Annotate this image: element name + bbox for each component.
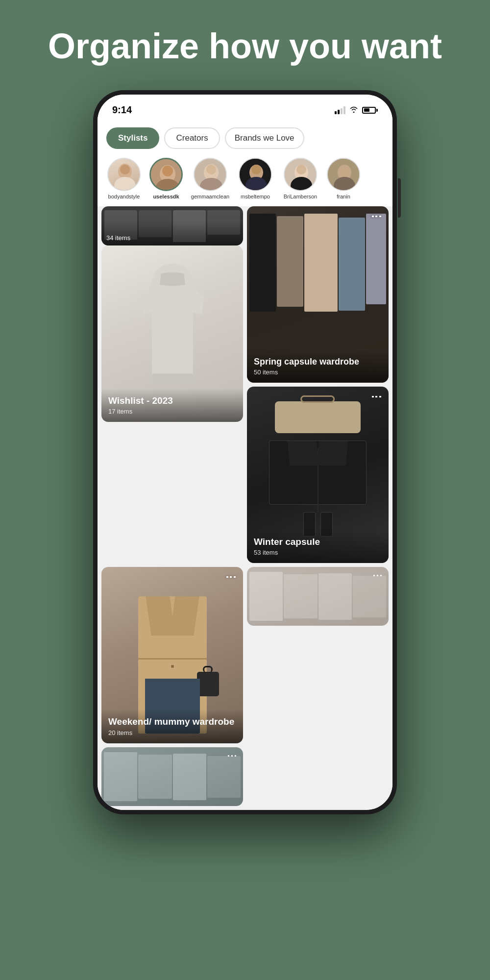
card-weekend-count: 20 items [108, 729, 236, 736]
creators-row: bodyandstyle uselessdk [98, 155, 392, 206]
svg-point-1 [114, 177, 136, 191]
card-wishlist[interactable]: Wishlist - 2023 17 items [101, 245, 243, 422]
svg-point-2 [120, 165, 130, 174]
creator-avatar-uselessdk [149, 158, 183, 191]
creator-name-bodyandstyle: bodyandstyle [108, 194, 140, 199]
phone-frame: 9:14 [93, 90, 397, 814]
creator-item-gemmaamclean[interactable]: gemmaamclean [191, 158, 230, 199]
creator-name-franin: franin [337, 194, 350, 199]
card-wishlist-overlay: Wishlist - 2023 17 items [101, 389, 243, 422]
tabs-row: Stylists Creators Brands we Love [98, 121, 392, 155]
status-bar: 9:14 [98, 95, 392, 121]
creator-name-gemmaamclean: gemmaamclean [191, 194, 229, 199]
card-spring-menu[interactable]: ⋮ [370, 211, 383, 223]
card-weekend-overlay: Weekend/ mummy wardrobe 20 items [101, 710, 243, 743]
card-bottom-left[interactable]: ⋮ [247, 567, 389, 626]
card-spring-count: 50 items [254, 368, 382, 376]
creator-item-brilamberson[interactable]: BriLamberson [281, 158, 320, 199]
card-bottom-right[interactable]: ⋮ [101, 747, 243, 806]
card-weekend-title: Weekend/ mummy wardrobe [108, 716, 236, 728]
svg-point-6 [162, 166, 173, 176]
creator-avatar-franin [327, 158, 360, 191]
svg-rect-22 [152, 374, 193, 383]
tab-creators[interactable]: Creators [164, 127, 220, 149]
card-winter-overlay: Winter capsule 53 items [247, 530, 389, 563]
card-partial-top: 34 items [101, 206, 243, 245]
svg-point-14 [251, 165, 261, 174]
creator-avatar-gemmaamclean [194, 158, 227, 191]
card-weekend-menu[interactable]: ⋮ [224, 572, 237, 584]
hero-title: Organize how you want [39, 27, 451, 66]
svg-point-18 [296, 165, 306, 174]
status-icons [335, 106, 378, 115]
creator-item-franin[interactable]: franin [327, 158, 360, 199]
phone-screen: 9:14 [98, 95, 392, 810]
card-partial-badge: 34 items [106, 234, 130, 242]
card-weekend[interactable]: ⋮ Weekend/ mummy wardrobe 20 items [101, 567, 243, 743]
status-time: 9:14 [112, 104, 132, 116]
creator-avatar-brilamberson [284, 158, 317, 191]
card-bottom-right-menu[interactable]: ⋮ [226, 751, 238, 762]
card-bottom-left-menu[interactable]: ⋮ [372, 571, 384, 582]
card-spring-title: Spring capsule wardrobe [254, 357, 382, 368]
card-winter-count: 53 items [254, 549, 382, 556]
phone-wrapper: 9:14 [0, 90, 490, 814]
card-spring-overlay: Spring capsule wardrobe 50 items [247, 350, 389, 383]
tab-stylists[interactable]: Stylists [106, 127, 159, 149]
card-wishlist-count: 17 items [108, 408, 236, 415]
signal-icon [335, 106, 345, 114]
card-wishlist-title: Wishlist - 2023 [108, 395, 236, 406]
battery-icon [362, 107, 378, 114]
creator-name-msbeltempo: msbeltempo [241, 194, 270, 199]
creator-item-uselessdk[interactable]: uselessdk [148, 158, 184, 199]
card-spring-capsule[interactable]: ⋮ Spring capsule wardrobe 50 items [247, 206, 389, 383]
svg-point-10 [206, 165, 216, 174]
creator-item-msbeltempo[interactable]: msbeltempo [237, 158, 274, 199]
cards-grid: 34 items ⋮ [98, 206, 392, 810]
tab-brands[interactable]: Brands we Love [225, 127, 304, 149]
creator-avatar-bodyandstyle [107, 158, 141, 191]
card-winter-title: Winter capsule [254, 537, 382, 547]
creator-item-bodyandstyle[interactable]: bodyandstyle [106, 158, 142, 199]
creator-name-uselessdk: uselessdk [153, 194, 179, 199]
wifi-icon [349, 106, 358, 115]
card-winter[interactable]: ⋮ Winter capsule 53 items [247, 387, 389, 563]
creator-name-brilamberson: BriLamberson [284, 194, 317, 199]
card-winter-menu[interactable]: ⋮ [370, 392, 383, 403]
hero-section: Organize how you want [0, 0, 490, 80]
creator-avatar-msbeltempo [239, 158, 272, 191]
